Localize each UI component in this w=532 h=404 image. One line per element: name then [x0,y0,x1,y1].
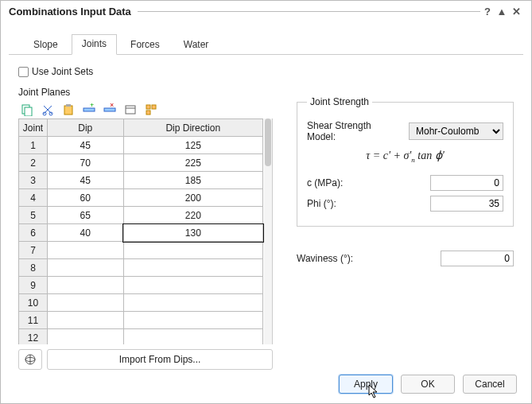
cell-dip-direction[interactable]: 125 [123,137,262,154]
dialog-buttons: Apply OK Cancel [339,375,517,394]
c-label: c (MPa): [307,177,424,188]
window-title: Combinations Input Data [9,6,138,17]
row-header[interactable]: 8 [19,259,48,277]
row-header[interactable]: 4 [19,189,48,207]
cell-dip[interactable] [47,312,123,329]
svg-rect-5 [66,104,71,107]
grid-scrollbar[interactable] [264,118,272,344]
copy-icon[interactable] [20,103,34,117]
table-row[interactable]: 9 [19,277,263,294]
ok-button[interactable]: OK [401,375,455,394]
cell-dip[interactable]: 60 [47,189,123,207]
cell-dip[interactable]: 70 [47,154,123,172]
window-icon[interactable] [123,103,138,117]
cell-dip-direction[interactable] [123,329,262,345]
table-row[interactable]: 640130 [19,224,263,242]
table-row[interactable]: 145125 [19,137,263,154]
table-row[interactable]: 565220 [19,207,263,224]
cell-dip[interactable] [47,329,123,345]
table-row[interactable]: 460200 [19,189,263,207]
svg-text:×: × [110,103,114,109]
row-header[interactable]: 7 [19,242,48,259]
svg-rect-14 [146,111,150,115]
cell-dip-direction[interactable] [123,312,262,329]
cell-dip-direction[interactable]: 130 [123,224,262,242]
cell-dip-direction[interactable]: 225 [123,154,262,172]
apply-button[interactable]: Apply [339,375,393,394]
row-header[interactable]: 6 [19,224,48,242]
dips-icon-button[interactable] [18,349,42,370]
table-row[interactable]: 8 [19,259,263,277]
joint-planes-grid[interactable]: Joint Dip Dip Direction 1451252702253451… [18,118,273,344]
cancel-button[interactable]: Cancel [463,375,517,394]
c-input[interactable] [430,175,503,191]
cell-dip[interactable] [47,242,123,259]
title-bar: Combinations Input Data ? ▲ ✕ [1,1,531,19]
phi-input[interactable] [430,196,503,212]
waviness-input[interactable] [441,251,514,266]
row-header[interactable]: 1 [19,137,48,154]
cell-dip-direction[interactable] [123,259,262,277]
grid-header-row[interactable]: Joint [19,119,48,137]
row-header[interactable]: 5 [19,207,48,224]
checkbox-box-icon [18,67,29,77]
row-header[interactable]: 9 [19,277,48,294]
use-joint-sets-checkbox[interactable]: Use Joint Sets [18,66,273,77]
table-row[interactable]: 345185 [19,172,263,189]
apply-button-label: Apply [354,379,378,390]
cell-dip[interactable]: 45 [47,172,123,189]
cell-dip-direction[interactable]: 200 [123,189,262,207]
waviness-label: Waviness (°): [297,253,434,264]
grid-header-dip[interactable]: Dip [47,119,123,137]
joint-strength-group: Joint Strength Shear Strength Model: Moh… [297,96,514,227]
row-header[interactable]: 3 [19,172,48,189]
cell-dip-direction[interactable]: 220 [123,207,262,224]
cell-dip[interactable] [47,277,123,294]
grid-header-dip-direction[interactable]: Dip Direction [123,119,262,137]
cut-icon[interactable] [41,103,55,117]
scrollbar-thumb[interactable] [265,118,271,166]
cell-dip[interactable]: 40 [47,224,123,242]
globe-icon [24,353,37,366]
phi-label: Phi (°): [307,198,424,209]
cell-dip[interactable]: 65 [47,207,123,224]
svg-rect-1 [25,107,32,116]
row-header[interactable]: 12 [19,329,48,345]
cell-dip-direction[interactable] [123,242,262,259]
row-header[interactable]: 10 [19,294,48,312]
svg-rect-10 [126,106,135,114]
paste-icon[interactable] [61,103,76,117]
tab-slope[interactable]: Slope [23,35,68,55]
joint-planes-label: Joint Planes [18,87,273,98]
grid-toolbar: + × [18,101,273,118]
svg-rect-4 [64,106,72,115]
insert-row-icon[interactable]: + [82,103,96,117]
table-row[interactable]: 7 [19,242,263,259]
cell-dip-direction[interactable]: 185 [123,172,262,189]
table-row[interactable]: 270225 [19,154,263,172]
row-header[interactable]: 11 [19,312,48,329]
tab-forces[interactable]: Forces [120,35,170,55]
delete-row-icon[interactable]: × [103,103,117,117]
cell-dip-direction[interactable] [123,277,262,294]
use-joint-sets-label: Use Joint Sets [32,66,93,77]
batch-icon[interactable] [144,103,158,117]
table-row[interactable]: 11 [19,312,263,329]
collapse-button[interactable]: ▲ [495,6,509,17]
tab-bar: Slope Joints Forces Water [9,19,523,55]
tab-joints[interactable]: Joints [72,34,117,55]
tab-water[interactable]: Water [173,35,219,55]
strength-formula: τ = c' + σ'n tan ϕ' [307,149,503,164]
cell-dip[interactable] [47,294,123,312]
close-button[interactable]: ✕ [509,6,523,17]
joint-strength-legend: Joint Strength [307,96,372,107]
table-row[interactable]: 12 [19,329,263,345]
import-from-dips-button[interactable]: Import From Dips... [47,349,273,370]
row-header[interactable]: 2 [19,154,48,172]
shear-model-select[interactable]: Mohr-Coulomb [409,122,503,140]
cell-dip[interactable]: 45 [47,137,123,154]
help-button[interactable]: ? [480,6,495,17]
cell-dip-direction[interactable] [123,294,262,312]
table-row[interactable]: 10 [19,294,263,312]
cell-dip[interactable] [47,259,123,277]
